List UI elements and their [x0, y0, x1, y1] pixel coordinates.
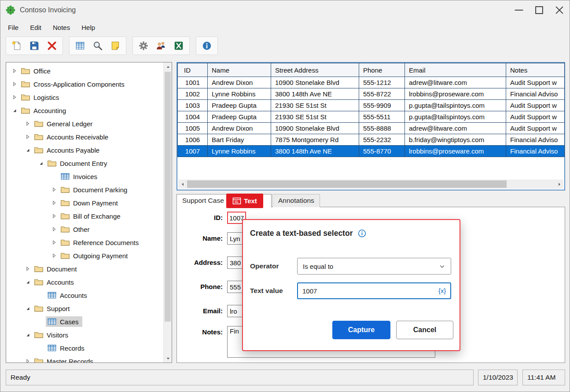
tree-item[interactable]: Other [6, 223, 163, 236]
delete-button[interactable] [44, 38, 60, 53]
grid-row[interactable]: 1004Pradeep Gupta21930 SE 51st St555-551… [178, 111, 565, 123]
chevron-down-icon[interactable] [23, 305, 33, 312]
chevron-down-icon[interactable] [10, 107, 19, 114]
tree-vertical-scrollbar[interactable] [163, 62, 172, 363]
chevron-right-icon[interactable] [10, 94, 19, 101]
grid-cell[interactable]: 555-5511 [359, 111, 405, 123]
cancel-button[interactable]: Cancel [396, 321, 453, 339]
chevron-down-icon[interactable] [36, 160, 46, 167]
grid-cell[interactable]: 10900 Stonelake Blvd [271, 77, 359, 88]
grid-cell[interactable]: 7875 Montgomery Rd [271, 134, 359, 146]
grid-cell[interactable]: Financial Adviso [506, 146, 565, 157]
grid-cell[interactable]: 1003 [178, 100, 208, 111]
tree-item[interactable]: Document Parking [6, 183, 163, 196]
tree-item[interactable]: Document Entry [6, 157, 163, 170]
chevron-down-icon[interactable] [23, 147, 33, 154]
grid-row[interactable]: 1006Bart Friday7875 Montgomery Rd555-223… [178, 134, 565, 146]
chevron-down-icon[interactable] [23, 278, 33, 286]
tree-item[interactable]: Visitors [6, 328, 163, 341]
save-button[interactable] [26, 38, 42, 53]
grid-cell[interactable]: lrobbins@proseware.com [405, 88, 506, 100]
tree-item[interactable]: Cross-Application Components [6, 77, 163, 91]
excel-button[interactable] [171, 38, 187, 53]
grid-column-header[interactable]: Name [208, 63, 271, 77]
chevron-right-icon[interactable] [10, 67, 19, 74]
chevron-down-icon[interactable] [23, 331, 33, 338]
tree-item[interactable]: Accounting [6, 104, 163, 117]
grid-cell[interactable]: 1004 [178, 111, 208, 123]
scrollbar-thumb[interactable] [187, 180, 507, 188]
grid-column-header[interactable]: Email [405, 63, 506, 77]
grid-cell[interactable]: p.gupta@tailspintoys.com [405, 111, 506, 123]
scroll-right-icon[interactable] [555, 180, 563, 189]
tree-item[interactable]: Accounts [6, 275, 163, 289]
minimize-button[interactable] [509, 0, 529, 20]
grid-cell[interactable]: Audit Support w [506, 77, 565, 88]
grid-column-header[interactable]: Street Address [271, 63, 359, 77]
chevron-right-icon[interactable] [23, 133, 33, 140]
grid-cell[interactable]: Audit Support w [506, 100, 565, 111]
grid-cell[interactable]: adrew@litware.com [405, 123, 506, 134]
table-button[interactable] [72, 38, 88, 53]
scroll-up-icon[interactable] [164, 62, 172, 71]
grid-cell[interactable]: Pradeep Gupta [208, 100, 271, 111]
grid-cell[interactable]: Audit Support w [506, 111, 565, 123]
tree-item[interactable]: Down Payment [6, 196, 163, 209]
grid-cell[interactable]: 1001 [178, 77, 208, 88]
grid-cell[interactable]: 555-2232 [359, 134, 405, 146]
grid-cell[interactable]: Lynne Robbins [208, 88, 271, 100]
grid-cell[interactable]: Lynne Robbins [208, 146, 271, 157]
chevron-right-icon[interactable] [23, 120, 33, 127]
grid-cell[interactable]: Andrew Dixon [208, 77, 271, 88]
menu-notes[interactable]: Notes [47, 22, 76, 33]
scrollbar-thumb[interactable] [165, 72, 171, 322]
grid-cell[interactable]: 21930 SE 51st St [271, 100, 359, 111]
tree-item[interactable]: Reference Documents [6, 236, 163, 249]
grid-column-header[interactable]: ID [178, 63, 208, 77]
menu-file[interactable]: File [2, 22, 24, 33]
grid-cell[interactable]: Pradeep Gupta [208, 111, 271, 123]
chevron-right-icon[interactable] [23, 265, 33, 272]
scroll-down-icon[interactable] [164, 354, 172, 363]
grid-cell[interactable]: 555-1212 [359, 77, 405, 88]
tree-item[interactable]: Cases [6, 315, 163, 328]
grid-cell[interactable]: 555-8770 [359, 146, 405, 157]
grid-cell[interactable]: 10900 Stonelake Blvd [271, 123, 359, 134]
grid-cell[interactable]: 555-9909 [359, 100, 405, 111]
chevron-right-icon[interactable] [49, 186, 59, 193]
grid-row[interactable]: 1005Andrew Dixon10900 Stonelake Blvd555-… [178, 123, 565, 134]
grid-cell[interactable]: 1006 [178, 134, 208, 146]
scroll-left-icon[interactable] [178, 180, 187, 189]
settings-button[interactable] [136, 38, 151, 53]
search-button[interactable] [90, 38, 106, 53]
grid-cell[interactable]: 21930 SE 51st St [271, 111, 359, 123]
grid-cell[interactable]: 555-8888 [359, 123, 405, 134]
chevron-right-icon[interactable] [49, 239, 59, 246]
tree-item[interactable]: Support [6, 302, 163, 315]
operator-dropdown[interactable]: Is equal to [297, 258, 451, 275]
grid-cell[interactable]: p.gupta@tailspintoys.com [405, 100, 506, 111]
grid-cell[interactable]: 1002 [178, 88, 208, 100]
grid-cell[interactable]: Financial Adviso [506, 88, 565, 100]
grid-cell[interactable]: Bart Friday [208, 134, 271, 146]
tree-item[interactable]: Document [6, 262, 163, 275]
close-button[interactable] [549, 0, 570, 20]
tree-item[interactable]: Accounts Payable [6, 143, 163, 157]
tab-annotations[interactable]: Annotations [272, 194, 320, 207]
grid-row[interactable]: 1003Pradeep Gupta21930 SE 51st St555-990… [178, 100, 565, 111]
grid-cell[interactable]: Financial Adviso [506, 134, 565, 146]
note-button[interactable] [107, 38, 123, 53]
tree-item[interactable]: Office [6, 64, 163, 77]
grid-row[interactable]: 1002Lynne Robbins3800 148th Ave NE555-87… [178, 88, 565, 100]
menu-edit[interactable]: Edit [24, 22, 47, 33]
tree-item[interactable]: Records [6, 341, 163, 355]
grid-cell[interactable]: 3800 148th Ave NE [271, 88, 359, 100]
grid-horizontal-scrollbar[interactable] [178, 180, 563, 189]
chevron-right-icon[interactable] [49, 199, 59, 206]
info-icon[interactable] [358, 229, 366, 238]
users-button[interactable] [153, 38, 169, 53]
new-document-button[interactable] [9, 38, 25, 53]
grid-cell[interactable]: b.friday@wingtiptoys.com [405, 134, 506, 146]
chevron-right-icon[interactable] [10, 81, 19, 88]
tree-item[interactable]: General Ledger [6, 117, 163, 130]
